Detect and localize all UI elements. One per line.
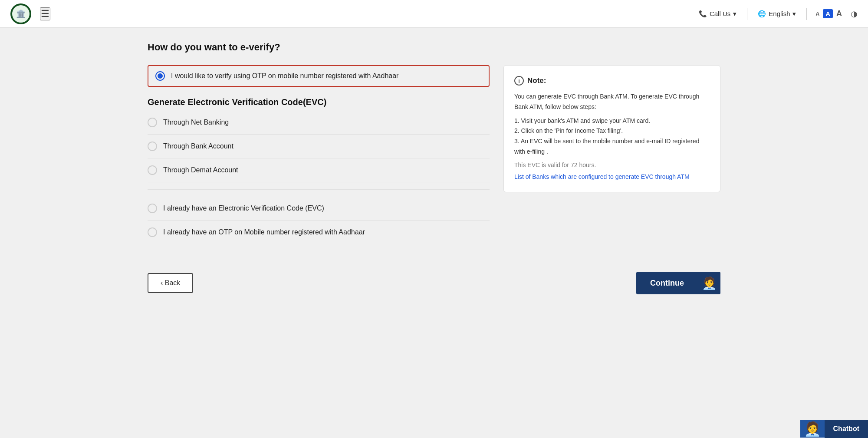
note-header: i Note:: [514, 76, 710, 86]
continue-chatbot-icon: 🧑‍💼: [698, 272, 720, 294]
left-column: I would like to verify using OTP on mobi…: [148, 65, 490, 244]
right-column: i Note: You can generate EVC through Ban…: [503, 65, 720, 192]
language-button[interactable]: 🌐 English ▾: [754, 8, 799, 20]
chatbot-tab[interactable]: Chatbot: [825, 420, 868, 438]
divider-1: [747, 8, 747, 20]
continue-button-wrapper[interactable]: Continue 🧑‍💼: [636, 272, 720, 294]
phone-icon: 📞: [699, 10, 707, 18]
existing-evc-label: I already have an Electronic Verificatio…: [163, 204, 324, 212]
header-left: 🏛️ ☰: [10, 3, 50, 24]
globe-icon: 🌐: [758, 10, 766, 18]
aadhaar-radio[interactable]: [155, 71, 165, 81]
hamburger-menu[interactable]: ☰: [40, 7, 50, 20]
two-column-layout: I would like to verify using OTP on mobi…: [148, 65, 720, 244]
back-button[interactable]: ‹ Back: [148, 273, 193, 293]
contrast-button[interactable]: ◑: [851, 9, 858, 19]
note-step-3: 3. An EVC will be sent to the mobile num…: [514, 136, 710, 157]
existing-evc-radio[interactable]: [148, 204, 157, 213]
evc-options-group: Through Net Banking Through Bank Account…: [148, 111, 490, 182]
header-right: 📞 Call Us ▾ 🌐 English ▾ A A A ◑: [695, 8, 858, 20]
existing-otp-radio[interactable]: [148, 227, 157, 237]
other-options-group: I already have an Electronic Verificatio…: [148, 197, 490, 244]
aadhaar-option-label: I would like to verify using OTP on mobi…: [171, 72, 398, 80]
note-step-2: 2. Click on the 'Pin for Income Tax fili…: [514, 126, 710, 136]
net-banking-radio[interactable]: [148, 118, 157, 127]
note-box: i Note: You can generate EVC through Ban…: [503, 65, 720, 192]
banks-link[interactable]: List of Banks which are configured to ge…: [514, 173, 690, 180]
lang-chevron-icon: ▾: [792, 10, 796, 18]
note-steps: 1. Visit your bank's ATM and swipe your …: [514, 116, 710, 157]
existing-evc-option[interactable]: I already have an Electronic Verificatio…: [148, 197, 490, 221]
net-banking-label: Through Net Banking: [163, 119, 229, 126]
font-controls: A A A: [814, 8, 844, 19]
call-chevron-icon: ▾: [733, 10, 736, 18]
chatbot-avatar: 🧑‍💼: [800, 420, 825, 438]
font-large-button[interactable]: A: [835, 8, 844, 19]
main-header: 🏛️ ☰ 📞 Call Us ▾ 🌐 English ▾ A A A ◑: [0, 0, 868, 28]
bank-account-option[interactable]: Through Bank Account: [148, 135, 490, 158]
font-medium-button[interactable]: A: [823, 9, 833, 18]
page-question: How do you want to e-verify?: [148, 42, 720, 53]
demat-account-radio[interactable]: [148, 165, 157, 175]
note-step-1: 1. Visit your bank's ATM and swipe your …: [514, 116, 710, 126]
chatbot-bar[interactable]: 🧑‍💼 Chatbot: [800, 420, 868, 438]
note-validity: This EVC is valid for 72 hours.: [514, 161, 710, 168]
main-content: How do you want to e-verify? I would lik…: [130, 28, 738, 329]
info-icon: i: [514, 76, 524, 86]
bottom-bar: ‹ Back Continue 🧑‍💼: [148, 265, 720, 294]
aadhaar-option[interactable]: I would like to verify using OTP on mobi…: [148, 65, 490, 87]
existing-otp-option[interactable]: I already have an OTP on Mobile number r…: [148, 221, 490, 244]
demat-account-label: Through Demat Account: [163, 166, 238, 174]
continue-button[interactable]: Continue: [636, 273, 698, 294]
logo: 🏛️: [10, 3, 31, 24]
section-separator: [148, 189, 490, 190]
demat-account-option[interactable]: Through Demat Account: [148, 158, 490, 182]
note-intro: You can generate EVC through Bank ATM. T…: [514, 92, 710, 112]
net-banking-option[interactable]: Through Net Banking: [148, 111, 490, 135]
existing-otp-label: I already have an OTP on Mobile number r…: [163, 228, 365, 236]
divider-2: [806, 8, 807, 20]
call-us-button[interactable]: 📞 Call Us ▾: [695, 8, 740, 20]
note-title: Note:: [527, 76, 546, 85]
font-small-button[interactable]: A: [814, 10, 821, 18]
bank-account-label: Through Bank Account: [163, 142, 233, 150]
bank-account-radio[interactable]: [148, 142, 157, 151]
evc-section-title: Generate Electronic Verification Code(EV…: [148, 97, 490, 107]
